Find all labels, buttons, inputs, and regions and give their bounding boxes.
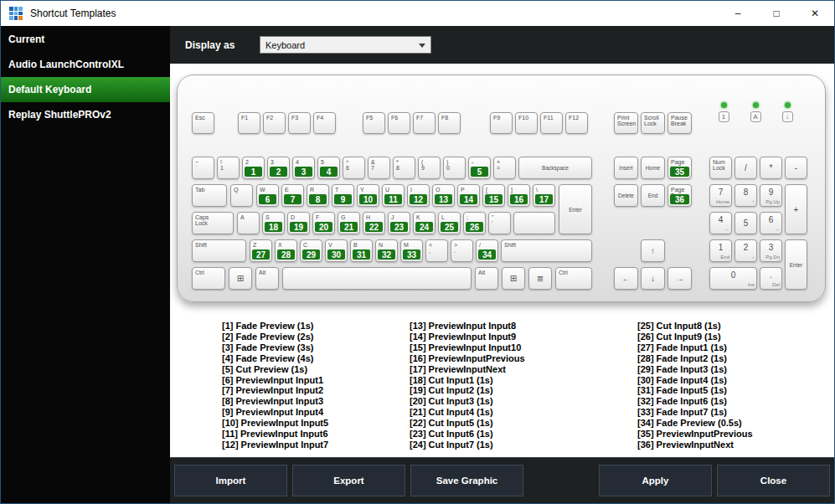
sidebar-item-default-keyboard[interactable]: Default Keyboard	[1, 77, 170, 102]
key-j[interactable]: J23	[388, 212, 410, 234]
key-backtick[interactable]: ~ `	[192, 157, 214, 179]
key-digit0[interactable]: ) 0	[443, 157, 466, 179]
key-arrowup[interactable]: ↑	[641, 239, 665, 262]
key-e[interactable]: E7	[281, 184, 304, 207]
display-as-dropdown[interactable]: Keyboard	[260, 36, 431, 54]
minimize-button[interactable]: –	[719, 1, 757, 26]
key-f9[interactable]: F9	[490, 112, 513, 134]
key-altright[interactable]: Alt	[475, 267, 498, 290]
key-h[interactable]: H22	[363, 212, 385, 234]
key-u[interactable]: U11	[382, 184, 405, 207]
save-graphic-button[interactable]: Save Graphic	[410, 465, 523, 496]
key-num0[interactable]: 0Ins	[709, 267, 757, 290]
key-l[interactable]: L25	[438, 212, 461, 234]
close-window-button[interactable]: ✕	[796, 1, 834, 26]
key-w[interactable]: W6	[256, 184, 279, 207]
key-backslash[interactable]: \17	[533, 184, 555, 207]
apply-button[interactable]: Apply	[599, 465, 712, 496]
key-home[interactable]: Home	[641, 157, 665, 179]
key-digit7[interactable]: & 7	[368, 157, 390, 179]
key-winright[interactable]: ⊞	[502, 267, 525, 290]
key-quote[interactable]: " '	[488, 212, 511, 234]
key-numsubtract[interactable]: -	[785, 157, 807, 179]
key-break[interactable]: Pause Break	[667, 112, 692, 134]
key-num7[interactable]: 7Home	[709, 184, 732, 207]
key-f3[interactable]: F3	[288, 112, 311, 134]
key-tab[interactable]: Tab	[192, 184, 227, 207]
key-s[interactable]: S18	[262, 212, 285, 234]
key-p[interactable]: P14	[457, 184, 480, 207]
key-pagedown[interactable]: Page Down36	[667, 184, 692, 207]
key-delete[interactable]: Delete	[614, 184, 638, 207]
key-bracketleft[interactable]: [15	[482, 184, 505, 207]
key-menu[interactable]: ≣	[528, 267, 552, 290]
key-a[interactable]: A	[237, 212, 260, 234]
key-period[interactable]: > .	[451, 239, 473, 262]
key-digit4[interactable]: 43	[292, 157, 315, 179]
sidebar-item-audio-launchcontrolxl[interactable]: Audio LaunchControlXL	[1, 52, 170, 77]
key-f8[interactable]: F8	[438, 112, 461, 134]
key-slash[interactable]: /34	[476, 239, 498, 262]
key-f1[interactable]: F1	[238, 112, 260, 134]
key-nummultiply[interactable]: *	[760, 157, 782, 179]
key-digit5[interactable]: 54	[317, 157, 340, 179]
key-pageup[interactable]: Page Up35	[667, 157, 692, 179]
key-screen[interactable]: Print Screen	[614, 112, 638, 134]
key-insert[interactable]: Insert	[614, 157, 638, 179]
key-f7[interactable]: F7	[413, 112, 436, 134]
key-o[interactable]: O13	[432, 184, 455, 207]
key-d[interactable]: D19	[287, 212, 310, 234]
key-numdecimal[interactable]: .Del	[760, 267, 782, 290]
key-m[interactable]: M33	[400, 239, 423, 262]
key-shift[interactable]: Shift	[192, 239, 246, 262]
key-num6[interactable]: 6→	[760, 212, 782, 234]
key-num3[interactable]: 3Pg Dn	[760, 239, 782, 262]
key-enter[interactable]: Enter	[559, 184, 592, 234]
key-num2[interactable]: 2↓	[734, 239, 757, 262]
key-f12[interactable]: F12	[565, 112, 588, 134]
key-end[interactable]: End	[641, 184, 665, 207]
key-num9[interactable]: 9Pg Up	[760, 184, 782, 207]
key-t[interactable]: T9	[332, 184, 354, 207]
key-c[interactable]: C29	[300, 239, 322, 262]
key-f5[interactable]: F5	[363, 112, 385, 134]
key-num1[interactable]: 1End	[709, 239, 732, 262]
key-num5[interactable]: 5	[734, 212, 757, 234]
key-space[interactable]	[282, 267, 472, 290]
key-r[interactable]: R8	[307, 184, 329, 207]
export-button[interactable]: Export	[292, 465, 405, 496]
key-numlock[interactable]: Num Lock	[709, 157, 732, 179]
key-f2[interactable]: F2	[263, 112, 286, 134]
maximize-button[interactable]: □	[757, 1, 796, 26]
sidebar-item-replay-shuttleprov2[interactable]: Replay ShuttlePROv2	[1, 102, 170, 127]
key-numadd[interactable]: +	[785, 184, 807, 234]
key-numdivide[interactable]: /	[734, 157, 757, 179]
key-f6[interactable]: F6	[388, 112, 410, 134]
key-digit2[interactable]: 21	[242, 157, 265, 179]
key-ctrlright[interactable]: Ctrl	[555, 267, 592, 290]
close-button[interactable]: Close	[717, 465, 830, 496]
key-x[interactable]: X28	[275, 239, 297, 262]
key-minus[interactable]: -5	[468, 157, 491, 179]
key-z[interactable]: Z27	[250, 239, 272, 262]
key-y[interactable]: Y10	[357, 184, 379, 207]
key-equals[interactable]: + =	[493, 157, 516, 179]
key-lock[interactable]: Scroll Lock	[641, 112, 665, 134]
key-digit3[interactable]: 32	[267, 157, 290, 179]
key-k[interactable]: K24	[413, 212, 436, 234]
key-num8[interactable]: 8↑	[734, 184, 757, 207]
key-f[interactable]: F20	[312, 212, 335, 234]
key-arrowleft[interactable]: ←	[614, 267, 638, 290]
key-shiftright[interactable]: Shift	[501, 239, 592, 262]
key-f4[interactable]: F4	[313, 112, 336, 134]
key-winleft[interactable]: ⊞	[229, 267, 252, 290]
key-lock[interactable]: Caps Lock	[192, 212, 234, 234]
key-ctrl[interactable]: Ctrl	[192, 267, 225, 290]
key-digit1[interactable]: ! 1	[217, 157, 240, 179]
key-i[interactable]: I12	[407, 184, 430, 207]
key-arrowright[interactable]: →	[667, 267, 692, 290]
key-comma[interactable]: < ,	[425, 239, 448, 262]
key-n[interactable]: N32	[375, 239, 398, 262]
sidebar-item-current[interactable]: Current	[1, 27, 170, 52]
key-arrowdown[interactable]: ↓	[641, 267, 665, 290]
